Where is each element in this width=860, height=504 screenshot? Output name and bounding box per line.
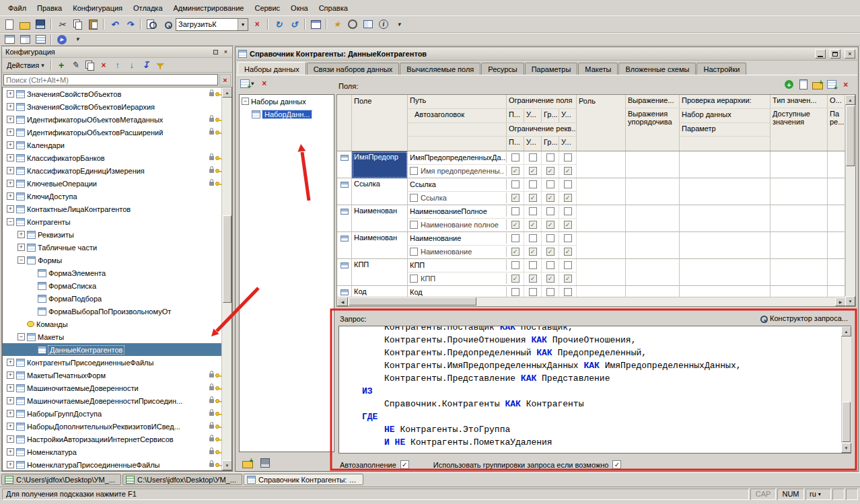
- expand-icon[interactable]: +: [17, 244, 25, 251]
- menu-item-1[interactable]: Правка: [32, 1, 67, 15]
- tree-item-26[interactable]: +НаборыДополнительныхРеквизитовИСвед...: [3, 420, 221, 433]
- down-button[interactable]: ↓: [125, 59, 139, 71]
- redo-button[interactable]: [122, 17, 137, 31]
- add-field-icon[interactable]: [783, 78, 795, 91]
- tree-item-15[interactable]: ФормаСписка: [3, 279, 221, 292]
- minimize-icon[interactable]: [815, 49, 826, 59]
- field-limit-checkbox[interactable]: [511, 234, 519, 242]
- field-limit-checkbox[interactable]: [529, 180, 537, 188]
- row-handle[interactable]: [337, 232, 352, 259]
- row-handle[interactable]: [337, 286, 352, 297]
- query-scrollbar[interactable]: ▲ ▼: [841, 326, 851, 453]
- field-limit-checkbox[interactable]: [511, 180, 519, 188]
- attr-limit-checkbox[interactable]: ✓: [564, 167, 572, 175]
- expression-cell[interactable]: [626, 205, 680, 232]
- window-button[interactable]: [308, 17, 323, 31]
- actions-menu-button[interactable]: Действия ▾: [3, 59, 48, 71]
- hierarchy-cell[interactable]: [680, 205, 771, 232]
- tree-item-19[interactable]: −Макеты: [3, 330, 221, 343]
- field-limit-checkbox[interactable]: [511, 261, 519, 269]
- zoom-button[interactable]: [159, 17, 174, 31]
- last-cell[interactable]: [828, 259, 845, 286]
- delete-field-icon[interactable]: ×: [839, 78, 852, 91]
- valuetype-cell[interactable]: [771, 178, 828, 205]
- attr-limit-checkbox[interactable]: ✓: [511, 194, 519, 202]
- expand-icon[interactable]: +: [7, 103, 14, 110]
- add-folder-button[interactable]: [240, 456, 255, 470]
- tree-item-9[interactable]: +КонтактныеЛицаКонтрагентов: [3, 203, 221, 215]
- path-cell[interactable]: Код: [408, 287, 507, 297]
- autotitle-checkbox[interactable]: [410, 194, 418, 202]
- path-cell[interactable]: НаименованиеПолное: [408, 206, 507, 217]
- autotitle-checkbox[interactable]: [410, 167, 418, 175]
- fields-hscrollbar[interactable]: ◀ ▶: [337, 297, 845, 306]
- wingrid-button[interactable]: [17, 33, 32, 46]
- last-cell[interactable]: [828, 151, 845, 178]
- scroll-thumb[interactable]: [349, 297, 476, 305]
- field-cell[interactable]: Ссылка: [352, 178, 408, 205]
- menu-item-3[interactable]: Отладка: [128, 1, 168, 15]
- timer-button[interactable]: [345, 17, 360, 31]
- tab-0[interactable]: Наборы данных: [238, 62, 306, 75]
- dataset-item[interactable]: НаборДанн...: [240, 108, 334, 120]
- delete-dataset-button[interactable]: ×: [257, 77, 272, 90]
- field-limit-checkbox[interactable]: [546, 180, 554, 188]
- fields-vscrollbar[interactable]: ▲ ▼: [845, 95, 855, 306]
- restore-icon[interactable]: [830, 49, 840, 59]
- language-indicator[interactable]: ru ▾: [805, 489, 831, 500]
- autotitle-checkbox[interactable]: [410, 221, 418, 229]
- copy-button[interactable]: [83, 59, 96, 71]
- menu-item-7[interactable]: Справка: [314, 1, 353, 15]
- tab-5[interactable]: Макеты: [578, 63, 618, 75]
- expand-icon[interactable]: +: [7, 384, 14, 392]
- pencil-button[interactable]: [69, 59, 82, 71]
- cut-button[interactable]: [55, 17, 69, 31]
- scroll-right-icon[interactable]: ▶: [835, 297, 845, 306]
- scroll-thumb[interactable]: [846, 106, 855, 166]
- tree-item-16[interactable]: ФормаПодбора: [3, 292, 221, 305]
- tree-item-8[interactable]: +КлючиДоступа: [3, 190, 221, 203]
- search-input[interactable]: [3, 74, 218, 85]
- expression-cell[interactable]: [626, 151, 680, 178]
- open-button[interactable]: [17, 17, 32, 31]
- role-cell[interactable]: [577, 286, 626, 297]
- valuetype-cell[interactable]: [771, 232, 828, 259]
- info-button[interactable]: [376, 17, 391, 31]
- chevron-down-icon[interactable]: ▾: [238, 19, 248, 30]
- tab-6[interactable]: Вложенные схемы: [618, 63, 696, 75]
- row-handle[interactable]: [337, 178, 352, 205]
- field-limit-checkbox[interactable]: [564, 288, 572, 296]
- hierarchy-cell[interactable]: [680, 259, 771, 286]
- tree-item-3[interactable]: +ИдентификаторыОбъектовРасширений: [3, 126, 221, 139]
- attr-limit-checkbox[interactable]: ✓: [546, 167, 554, 175]
- tab-1[interactable]: Связи наборов данных: [307, 63, 400, 75]
- paste-button[interactable]: [85, 17, 100, 31]
- path-cell[interactable]: КПП: [408, 260, 507, 271]
- attr-limit-checkbox[interactable]: ✓: [511, 167, 519, 175]
- autotitle-checkbox[interactable]: [410, 275, 418, 283]
- tree-item-21[interactable]: +КонтрагентыПрисоединенныеФайлы: [3, 356, 221, 369]
- funnel-button[interactable]: [153, 59, 167, 71]
- plus-button[interactable]: +: [55, 59, 68, 71]
- field-limit-checkbox[interactable]: [546, 153, 554, 161]
- tree-item-25[interactable]: +НаборыГруппДоступа: [3, 407, 221, 420]
- field-cell[interactable]: Наименован: [352, 232, 408, 259]
- path-cell[interactable]: Ссылка: [408, 179, 507, 190]
- up-button[interactable]: ↑: [111, 59, 124, 71]
- downbar-button[interactable]: [139, 59, 153, 71]
- open-window-tab-1[interactable]: C:\Users\jdfox\Desktop\УМ_...: [122, 474, 242, 485]
- quick-search-combo[interactable]: ЗагрузитьК▾: [176, 18, 248, 31]
- role-cell[interactable]: [577, 151, 626, 178]
- field-cell[interactable]: Наименован: [352, 205, 408, 232]
- expand-icon[interactable]: +: [7, 167, 14, 174]
- add-table-icon[interactable]: [825, 78, 838, 91]
- field-limit-checkbox[interactable]: [564, 261, 572, 269]
- path-cell[interactable]: ИмяПредопределенныхДа...: [408, 152, 507, 163]
- field-limit-checkbox[interactable]: [564, 234, 572, 242]
- field-limit-checkbox[interactable]: [529, 153, 537, 161]
- expand-icon[interactable]: +: [7, 116, 14, 123]
- autocomplete-checkbox[interactable]: ✓: [400, 460, 409, 469]
- tree-scrollbar[interactable]: ▲ ▼: [221, 87, 231, 470]
- hierarchy-cell[interactable]: [680, 286, 771, 297]
- tree-item-23[interactable]: +МашиночитаемыеДоверенности: [3, 382, 221, 394]
